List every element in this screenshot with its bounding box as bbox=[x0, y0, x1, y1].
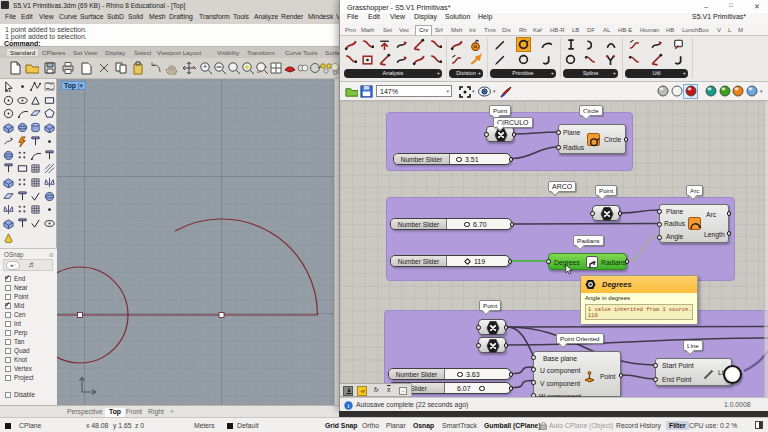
svg-text:i: i bbox=[348, 402, 350, 410]
svg-text:+: + bbox=[203, 63, 207, 70]
